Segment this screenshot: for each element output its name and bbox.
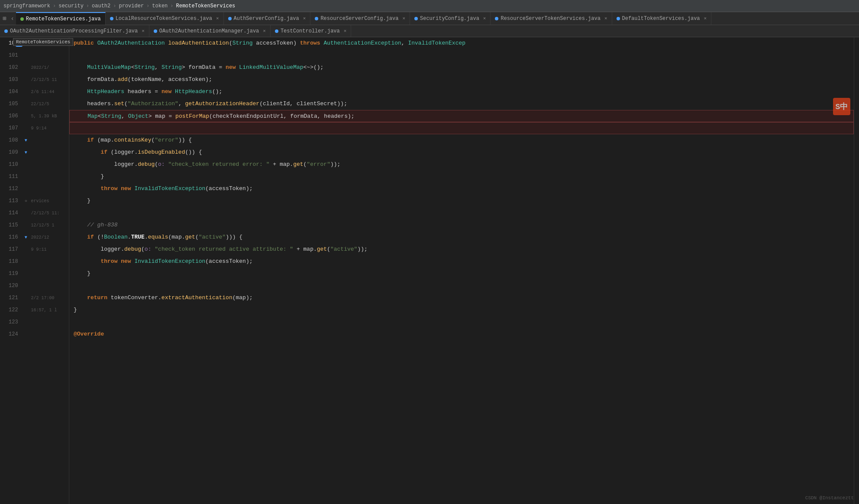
gutter-row: 110 — [0, 158, 69, 171]
gutter-row: 122 16:57, 1 l — [0, 304, 69, 316]
gutter-row: 117 9 9:11 — [0, 243, 69, 255]
code-line-110: logger.debug(o: "check_token returned er… — [69, 158, 854, 171]
line-number: 105 — [0, 101, 22, 107]
tab-test-controller[interactable]: TestController.java × — [271, 25, 351, 37]
close-icon[interactable]: × — [216, 16, 219, 21]
line-gutter: 100 ● ▼ 101 102 2022/1/ 103 /2/12/5 11 1… — [0, 37, 69, 504]
gutter-row: 124 — [0, 328, 69, 340]
tab-security-config[interactable]: SecurityConfig.java × — [410, 12, 491, 25]
tab-pin-icon[interactable]: ⊞ — [0, 12, 9, 25]
line-number: 113 — [0, 198, 22, 204]
code-line-106: Map<String, Object> map = postForMap(che… — [69, 110, 854, 122]
close-icon[interactable]: × — [142, 29, 145, 34]
code-line-113: } — [69, 195, 854, 207]
code-line-107 — [69, 122, 854, 134]
tab-left-nav[interactable]: ‹ — [9, 12, 16, 25]
code-line-117: logger.debug(o: "check_token returned ac… — [69, 243, 854, 255]
code-line-108: if (map.containsKey("error")) { — [69, 134, 854, 146]
code-line-100: public OAuth2Authentication loadAuthenti… — [69, 37, 854, 49]
gutter-row: 112 — [0, 183, 69, 195]
breadcrumb-file[interactable]: RemoteTokenServices — [176, 3, 236, 9]
tab-remote-token-services[interactable]: RemoteTokenServices.java — [16, 12, 106, 25]
vertical-scrollbar[interactable] — [854, 37, 859, 504]
line-number: 119 — [0, 271, 22, 277]
line-number: 117 — [0, 246, 22, 252]
code-line-114 — [69, 207, 854, 219]
code-editor[interactable]: public OAuth2Authentication loadAuthenti… — [69, 37, 854, 504]
editor-area: 100 ● ▼ 101 102 2022/1/ 103 /2/12/5 11 1… — [0, 37, 859, 504]
tab-auth-server-config[interactable]: AuthServerConfig.java × — [224, 12, 311, 25]
line-number: 104 — [0, 89, 22, 95]
gutter-row: 102 2022/1/ — [0, 61, 69, 74]
code-line-116: if (!Boolean.TRUE.equals(map.get("active… — [69, 231, 854, 243]
tab-oauth2-manager[interactable]: OAuth2AuthenticationManager.java × — [149, 25, 271, 37]
line-number: 124 — [0, 331, 22, 337]
code-line-121: return tokenConverter.extractAuthenticat… — [69, 292, 854, 304]
git-circle-icon: ○ — [22, 199, 30, 204]
close-icon[interactable]: × — [604, 16, 607, 21]
tab-resource-server-token-services[interactable]: ResourceServerTokenServices.java × — [491, 12, 612, 25]
line-number: 101 — [0, 52, 22, 58]
line-number: 114 — [0, 210, 22, 216]
close-icon[interactable]: × — [303, 16, 306, 21]
hover-tooltip: RemoteTokenServices — [13, 38, 73, 46]
gutter-row: 114 /2/12/5 11: — [0, 207, 69, 219]
gutter-row: 118 — [0, 255, 69, 268]
gutter-row: 101 — [0, 49, 69, 61]
gutter-row: 105 22/12/5 — [0, 98, 69, 110]
line-number: 106 — [0, 113, 22, 119]
tabs-row-2: OAuth2AuthenticationProcessingFilter.jav… — [0, 25, 859, 37]
tab-active-indicator — [20, 17, 24, 21]
line-number: 103 — [0, 77, 22, 83]
code-line-104: HttpHeaders headers = new HttpHeaders(); — [69, 86, 854, 98]
gutter-row: 119 — [0, 268, 69, 280]
line-number: 123 — [0, 319, 22, 325]
git-arrow-icon: ▼ — [22, 138, 30, 143]
line-number: 110 — [0, 162, 22, 168]
tab-indicator — [110, 17, 113, 20]
gutter-row: 103 /2/12/5 11 — [0, 74, 69, 86]
gutter-row: 109 ▼ — [0, 146, 69, 158]
tabs-row-1: ⊞ ‹ RemoteTokenServices.java LocalResour… — [0, 12, 859, 25]
breadcrumb-oauth2[interactable]: oauth2 — [92, 3, 110, 9]
tab-local-resource-token-services[interactable]: LocalResourceTokenServices.java × — [106, 12, 224, 25]
breadcrumb-security[interactable]: security — [58, 3, 84, 9]
line-number: 120 — [0, 283, 22, 289]
breadcrumb-springframework[interactable]: springframework — [3, 3, 50, 9]
gutter-row: 104 2/6 11:44 — [0, 86, 69, 98]
close-icon[interactable]: × — [402, 16, 405, 21]
gutter-row: 113 ○ ervices — [0, 195, 69, 207]
code-line-124: @Override — [69, 328, 854, 340]
gutter-row: 120 — [0, 280, 69, 292]
app-watermark: S中 — [833, 98, 850, 115]
close-icon[interactable]: × — [344, 29, 347, 34]
tab-oauth2-filter[interactable]: OAuth2AuthenticationProcessingFilter.jav… — [0, 25, 149, 37]
code-line-109: if (logger.isDebugEnabled()) { — [69, 146, 854, 158]
code-line-103: formData.add(tokenName, accessToken); — [69, 74, 854, 86]
breadcrumb-token[interactable]: token — [152, 3, 168, 9]
line-number: 116 — [0, 234, 22, 240]
code-line-105: headers.set("Authorization", getAuthoriz… — [69, 98, 854, 110]
close-icon[interactable]: × — [483, 16, 486, 21]
gutter-row: 106 5, 1.39 kB — [0, 110, 69, 122]
code-line-112: throw new InvalidTokenException(accessTo… — [69, 183, 854, 195]
s-logo: S中 — [833, 98, 850, 115]
line-number: 118 — [0, 258, 22, 265]
code-line-101 — [69, 49, 854, 61]
gutter-row: 115 12/12/5 1 — [0, 219, 69, 231]
code-line-119: } — [69, 268, 854, 280]
line-number: 121 — [0, 295, 22, 301]
tab-default-token-services[interactable]: DefaultTokenServices.java × — [612, 12, 712, 25]
tab-resource-server-config[interactable]: ResourceServerConfig.java × — [310, 12, 410, 25]
gutter-row: 123 — [0, 316, 69, 328]
code-line-122: } — [69, 304, 854, 316]
gutter-row: 111 — [0, 171, 69, 183]
gutter-row: 107 9 9:14 — [0, 122, 69, 134]
code-line-111: } — [69, 171, 854, 183]
line-number: 109 — [0, 149, 22, 155]
code-line-123 — [69, 316, 854, 328]
close-icon[interactable]: × — [263, 29, 266, 34]
bottom-credit-text: CSDN @Instanceztt — [805, 495, 854, 501]
breadcrumb-provider[interactable]: provider — [119, 3, 144, 9]
close-icon[interactable]: × — [704, 16, 707, 21]
